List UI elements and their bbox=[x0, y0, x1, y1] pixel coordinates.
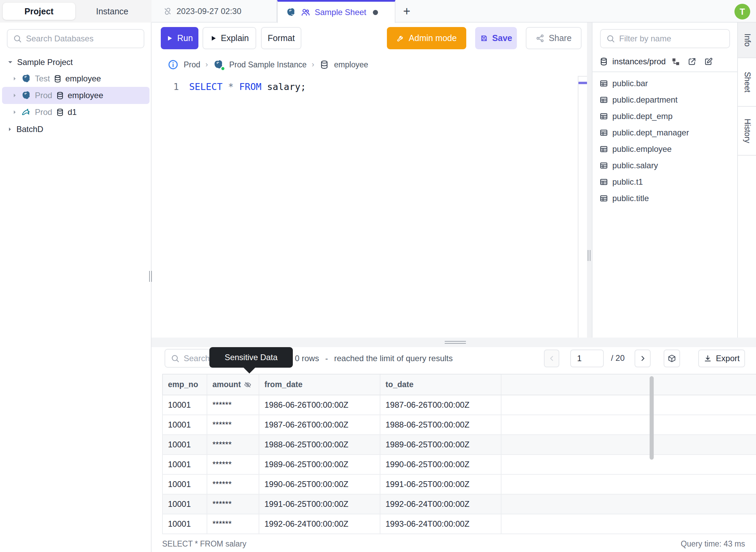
schema-panel: instances/prod public.bar public.departm… bbox=[592, 23, 737, 338]
breadcrumb-database[interactable]: employee bbox=[334, 60, 368, 69]
table-item[interactable]: public.employee bbox=[592, 141, 738, 157]
environment-label: Prod bbox=[35, 91, 52, 100]
database-name: d1 bbox=[68, 107, 77, 117]
schema-path: instances/prod bbox=[612, 57, 666, 66]
save-button[interactable]: Save bbox=[475, 27, 517, 49]
explain-button[interactable]: Explain bbox=[203, 27, 256, 49]
table-icon bbox=[599, 178, 608, 186]
table-icon bbox=[599, 79, 608, 88]
tree-db-prod-employee-selected[interactable]: Prod employee bbox=[2, 87, 149, 104]
admin-mode-button[interactable]: Admin mode bbox=[387, 27, 466, 49]
table-item[interactable]: public.t1 bbox=[592, 174, 738, 190]
breadcrumb: Prod › Prod Sample Instance › employee bbox=[168, 58, 368, 71]
ruler-cursor-mark bbox=[578, 82, 587, 84]
play-icon bbox=[166, 35, 173, 42]
column-header[interactable]: to_date bbox=[380, 374, 501, 395]
tab-instance[interactable]: Instance bbox=[76, 3, 148, 20]
editor-panel: Run Explain Format Admin mode Save Share bbox=[152, 23, 587, 338]
mysql-icon bbox=[21, 107, 31, 117]
schema-panel-resize-handle[interactable] bbox=[588, 250, 591, 261]
next-page-button[interactable] bbox=[635, 350, 651, 367]
result-view-mode-button[interactable] bbox=[664, 350, 680, 367]
page-number-input[interactable] bbox=[570, 350, 604, 367]
eye-off-icon bbox=[244, 381, 251, 389]
project-label: Sample Project bbox=[17, 57, 73, 67]
sql-editor[interactable]: 1 SELECT * FROM salary; bbox=[165, 81, 306, 92]
unlink-icon bbox=[163, 7, 172, 16]
edit-icon[interactable] bbox=[704, 57, 713, 66]
table-item[interactable]: public.dept_emp bbox=[592, 108, 738, 124]
unsaved-dot-indicator bbox=[373, 10, 378, 15]
postgres-icon bbox=[21, 74, 31, 84]
sql-keyword: FROM bbox=[239, 81, 261, 92]
chevron-right-icon bbox=[12, 92, 18, 98]
format-button[interactable]: Format bbox=[261, 27, 301, 49]
run-button[interactable]: Run bbox=[161, 27, 198, 49]
column-header[interactable]: emp_no bbox=[163, 374, 207, 395]
breadcrumb-environment[interactable]: Prod bbox=[184, 60, 200, 69]
database-icon bbox=[320, 60, 329, 69]
tree-db-test-employee[interactable]: Test employee bbox=[2, 70, 149, 87]
breadcrumb-instance[interactable]: Prod Sample Instance bbox=[229, 60, 307, 69]
tree-db-prod-d1[interactable]: Prod d1 bbox=[2, 104, 149, 120]
sql-identifier: salary; bbox=[267, 81, 306, 92]
new-tab-button[interactable]: + bbox=[400, 4, 414, 18]
export-button[interactable]: Export bbox=[698, 350, 745, 367]
search-icon bbox=[13, 34, 22, 43]
postgres-icon bbox=[213, 59, 224, 70]
table-item[interactable]: public.dept_manager bbox=[592, 124, 738, 141]
users-icon bbox=[301, 8, 310, 17]
results-table-header: emp_no amount from_date to_date bbox=[162, 374, 756, 395]
table-icon bbox=[599, 128, 608, 137]
sidebar-resize-handle[interactable] bbox=[149, 271, 153, 282]
results-panel: 0 rows - reached the limit of query resu… bbox=[152, 347, 756, 552]
table-row: 10001 ****** 1989-06-25T00:00:00Z 1990-0… bbox=[162, 455, 756, 475]
editor-overview-ruler bbox=[578, 76, 587, 338]
side-tabstrip: Info Sheet History bbox=[737, 23, 756, 345]
prev-page-button[interactable] bbox=[544, 350, 559, 367]
table-filter-input[interactable] bbox=[619, 34, 724, 43]
schema-diagram-icon[interactable] bbox=[671, 57, 680, 66]
table-row: 10001 ****** 1990-06-25T00:00:00Z 1991-0… bbox=[162, 475, 756, 495]
database-icon bbox=[599, 57, 608, 66]
tab-history[interactable]: History bbox=[738, 107, 756, 156]
executed-query-text: SELECT * FROM salary bbox=[162, 539, 246, 549]
cube-icon bbox=[667, 354, 676, 363]
avatar[interactable]: T bbox=[734, 4, 750, 19]
table-row: 10001 ****** 1988-06-25T00:00:00Z 1989-0… bbox=[162, 435, 756, 455]
external-link-icon[interactable] bbox=[688, 57, 696, 66]
tree-project-sample-project[interactable]: Sample Project bbox=[2, 54, 149, 70]
tab-project[interactable]: Project bbox=[3, 3, 75, 20]
project-instance-switcher: Project Instance bbox=[0, 0, 152, 23]
sheet-tabstrip: 2023-09-27 02:30 Sample Sheet + T bbox=[152, 0, 756, 23]
page-total: / 20 bbox=[611, 352, 625, 364]
column-header[interactable]: from_date bbox=[259, 374, 380, 395]
table-item[interactable]: public.bar bbox=[592, 75, 738, 92]
chevron-down-icon bbox=[7, 59, 14, 66]
table-row: 10001 ****** 1991-06-25T00:00:00Z 1992-0… bbox=[162, 495, 756, 514]
database-name: employee bbox=[68, 91, 103, 100]
database-search-input[interactable] bbox=[26, 34, 138, 43]
table-item[interactable]: public.department bbox=[592, 92, 738, 108]
sheet-tab-label: Sample Sheet bbox=[315, 8, 366, 17]
environment-label: Test bbox=[35, 74, 50, 83]
column-header[interactable]: amount bbox=[207, 374, 259, 395]
sensitive-data-tooltip: Sensitive Data bbox=[209, 347, 293, 368]
tree-project-batchd[interactable]: BatchD bbox=[2, 121, 149, 137]
tab-info[interactable]: Info bbox=[738, 23, 756, 58]
table-item[interactable]: public.salary bbox=[592, 157, 738, 174]
results-scrollbar[interactable] bbox=[650, 376, 654, 460]
share-button[interactable]: Share bbox=[526, 27, 582, 49]
results-resize-handle[interactable] bbox=[445, 341, 466, 344]
column-header-filler bbox=[501, 374, 756, 395]
sheet-tab-unsaved[interactable]: 2023-09-27 02:30 bbox=[155, 0, 277, 23]
schema-header: instances/prod bbox=[592, 52, 738, 72]
save-icon bbox=[480, 34, 488, 42]
sheet-tab-active[interactable]: Sample Sheet bbox=[277, 0, 395, 23]
database-search bbox=[7, 29, 144, 48]
tab-sheet[interactable]: Sheet bbox=[738, 58, 756, 107]
info-circle-icon[interactable] bbox=[168, 59, 179, 70]
chevron-right-icon: › bbox=[312, 60, 314, 69]
postgres-icon bbox=[286, 7, 296, 17]
table-item[interactable]: public.title bbox=[592, 190, 738, 207]
